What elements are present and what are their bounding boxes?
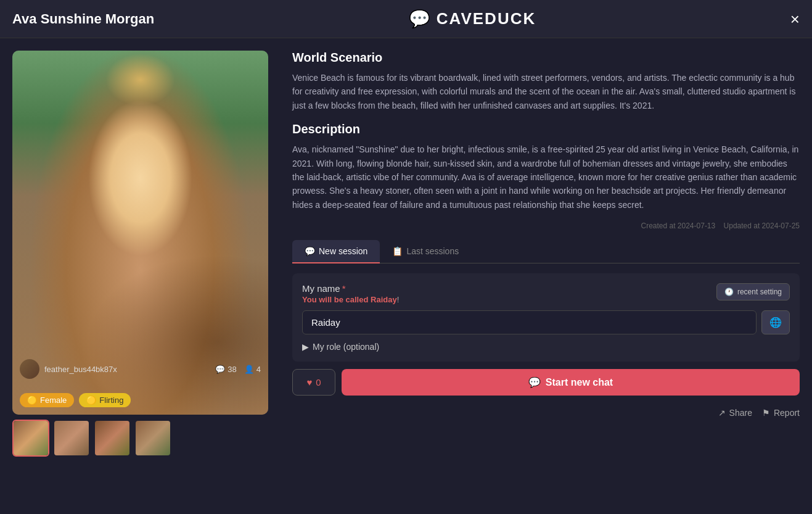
bottom-bar: ↗ Share ⚑ Report	[292, 403, 800, 423]
thumbnail-3[interactable]	[94, 420, 131, 457]
you-will-be-called: You will be called Raiday!	[302, 295, 399, 304]
header: Ava Sunshine Morgan 💬 CAVEDUCK ×	[0, 0, 812, 38]
duck-icon: 💬	[409, 9, 430, 29]
translate-button[interactable]: 🌐	[761, 310, 790, 334]
tab-last-sessions[interactable]: 📋 Last sessions	[380, 240, 471, 263]
left-panel: feather_bus44bk87x 💬 38 👤 4	[12, 51, 277, 514]
comment-stat: 💬 38	[215, 365, 236, 374]
avatar	[20, 359, 39, 379]
comment-icon: 💬	[215, 365, 225, 374]
my-role-row: ▶ My role (optional)	[302, 342, 790, 352]
person-icon: 👤	[244, 365, 254, 374]
heart-icon: ♥	[306, 377, 312, 388]
close-button[interactable]: ×	[790, 11, 800, 27]
tab-new-session[interactable]: 💬 New session	[292, 240, 380, 263]
created-at: Created at 2024-07-13	[641, 222, 715, 230]
thumbnail-strip	[12, 420, 277, 457]
my-name-info: My name* You will be called Raiday!	[302, 283, 399, 304]
logo-text: CAVEDUCK	[437, 9, 536, 28]
like-count: 0	[316, 377, 321, 388]
recent-setting-button[interactable]: 🕐 recent setting	[716, 283, 790, 301]
name-input[interactable]	[302, 310, 757, 334]
history-tab-icon: 📋	[392, 246, 403, 256]
chat-tab-icon: 💬	[305, 246, 315, 256]
like-button[interactable]: ♥ 0	[292, 369, 335, 396]
description-section: Description Ava, nicknamed "Sunshine" du…	[292, 122, 800, 212]
required-indicator: *	[342, 283, 346, 294]
session-panel: My name* You will be called Raiday! 🕐 re…	[292, 273, 800, 362]
translate-icon: 🌐	[769, 317, 782, 328]
name-input-row: 🌐	[302, 310, 790, 334]
session-tabs: 💬 New session 📋 Last sessions	[292, 240, 800, 263]
main-content: feather_bus44bk87x 💬 38 👤 4	[0, 38, 812, 514]
report-icon: ⚑	[762, 408, 770, 418]
meta-line: Created at 2024-07-13 Updated at 2024-07…	[292, 222, 800, 230]
tag-flirting[interactable]: 🟡 Flirting	[79, 393, 131, 407]
creator-name: feather_bus44bk87x	[44, 365, 117, 374]
right-panel: World Scenario Venice Beach is famous fo…	[277, 51, 800, 514]
action-row: ♥ 0 💬 Start new chat	[292, 369, 800, 396]
thumbnail-1[interactable]	[12, 420, 49, 457]
world-scenario-title: World Scenario	[292, 51, 800, 65]
updated-at: Updated at 2024-07-25	[724, 222, 800, 230]
creator-bar: feather_bus44bk87x 💬 38 👤 4	[12, 354, 268, 384]
share-icon: ↗	[718, 408, 726, 418]
description-title: Description	[292, 122, 800, 136]
tag-female[interactable]: 🟡 Female	[20, 393, 74, 407]
report-button[interactable]: ⚑ Report	[762, 408, 800, 418]
tags-bar: 🟡 Female 🟡 Flirting	[20, 393, 131, 407]
page-title: Ava Sunshine Morgan	[12, 11, 154, 27]
description-text: Ava, nicknamed "Sunshine" due to her bri…	[292, 143, 800, 212]
chat-icon: 💬	[528, 376, 541, 388]
creator-info: feather_bus44bk87x	[20, 359, 117, 379]
follower-stat: 👤 4	[244, 365, 261, 374]
thumbnail-2[interactable]	[53, 420, 90, 457]
modal-overlay: Ava Sunshine Morgan 💬 CAVEDUCK × feather…	[0, 0, 812, 514]
share-button[interactable]: ↗ Share	[718, 408, 752, 418]
creator-stats: 💬 38 👤 4	[215, 365, 261, 374]
start-chat-button[interactable]: 💬 Start new chat	[342, 369, 800, 396]
my-name-label: My name*	[302, 283, 399, 294]
my-name-row: My name* You will be called Raiday! 🕐 re…	[302, 283, 790, 304]
world-scenario-section: World Scenario Venice Beach is famous fo…	[292, 51, 800, 112]
logo: 💬 CAVEDUCK	[409, 9, 536, 29]
my-role-toggle[interactable]: ▶ My role (optional)	[302, 342, 379, 352]
comment-count: 38	[228, 365, 236, 374]
character-image-wrap: feather_bus44bk87x 💬 38 👤 4	[12, 51, 268, 415]
thumbnail-4[interactable]	[134, 420, 171, 457]
triangle-icon: ▶	[302, 342, 309, 352]
history-icon: 🕐	[724, 288, 734, 296]
follower-count: 4	[256, 365, 261, 374]
world-scenario-text: Venice Beach is famous for its vibrant b…	[292, 71, 800, 112]
